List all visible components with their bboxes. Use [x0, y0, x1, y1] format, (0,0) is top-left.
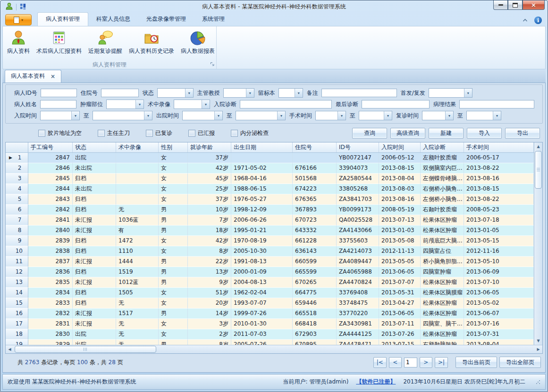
ribbon-tab-department-staff-info[interactable]: 科室人员信息 — [88, 13, 138, 26]
table-row[interactable]: 62842归档无男10岁1998-12-09367893YB0099173200… — [6, 205, 534, 215]
ribbon-tab-system-management[interactable]: 系统管理 — [194, 13, 233, 26]
filter-combo[interactable]: ▾ — [106, 100, 144, 109]
dropdown-arrow-icon[interactable]: ▾ — [202, 100, 210, 108]
collapse-ribbon-icon[interactable] — [523, 17, 528, 24]
filter-combo[interactable]: ▾ — [40, 111, 80, 120]
license-status-link[interactable]: 【软件已注册】 — [356, 378, 396, 386]
table-row[interactable]: 92839归档1472女42岁1970-08-19661228337556032… — [6, 236, 534, 246]
filter-combo[interactable]: ▾ — [174, 100, 210, 109]
table-row[interactable]: ▶12847出院女37岁YB00721472006-05-12左额叶胶质瘤200… — [6, 153, 534, 163]
column-header[interactable]: 性别 — [159, 142, 188, 152]
ribbon-button-patient[interactable]: 病人资料 — [4, 28, 33, 56]
ribbon-tab-disc-tape-management[interactable]: 光盘录像带管理 — [138, 13, 194, 26]
minimize-button[interactable] — [493, 0, 508, 10]
column-header[interactable]: 手术时间 — [464, 142, 534, 152]
info-icon[interactable]: i — [534, 17, 542, 24]
new-button[interactable]: 新建 — [429, 128, 464, 139]
table-row[interactable]: 152833归档无女20岁1993-07-0765944633748475201… — [6, 298, 534, 309]
dropdown-arrow-icon[interactable]: ▾ — [277, 111, 285, 120]
tab-patient-basic-info[interactable]: 病人基本资料 × — [5, 70, 61, 83]
filter-input[interactable] — [41, 89, 77, 97]
dropdown-arrow-icon[interactable]: ▾ — [295, 89, 303, 97]
dropdown-arrow-icon[interactable]: ▾ — [71, 111, 79, 120]
ribbon-button-pie-chart[interactable]: 病人数据报表 — [177, 28, 218, 56]
column-header[interactable]: 住院号 — [293, 142, 337, 152]
filter-input[interactable] — [362, 100, 430, 108]
column-header[interactable]: 入院时间 — [379, 142, 421, 152]
tab-close-icon[interactable]: × — [51, 74, 55, 79]
dropdown-arrow-icon[interactable]: ▾ — [384, 111, 392, 120]
filter-combo[interactable]: ▾ — [422, 111, 454, 120]
table-row[interactable]: 42844未出院女25岁1988-06-15674223338052682013… — [6, 184, 534, 194]
table-row[interactable]: 172831未汇报无女3岁2010-01-30668418ZA343098120… — [6, 319, 534, 329]
export-current-page-button[interactable]: 导出当前页 — [455, 357, 497, 368]
vertical-scroll-thumb[interactable] — [535, 151, 542, 189]
table-row[interactable]: 182830出院无女2岁2011-07-03672903ZA4444125201… — [6, 329, 534, 340]
vertical-scrollbar[interactable]: ▲ ▼ — [534, 142, 542, 345]
dropdown-arrow-icon[interactable]: ▾ — [144, 111, 152, 120]
export-button[interactable]: 导出 — [505, 128, 540, 139]
scroll-up-icon[interactable]: ▲ — [534, 142, 542, 150]
column-header[interactable]: 状态 — [73, 142, 116, 152]
import-button[interactable]: 导入 — [467, 128, 502, 139]
filter-checkbox[interactable]: 胶片地址为空 — [38, 129, 82, 137]
column-header[interactable]: 术中录像 — [116, 142, 159, 152]
next-page-button[interactable]: > — [420, 357, 432, 368]
page-input[interactable] — [404, 358, 417, 367]
filter-combo[interactable]: ▾ — [236, 111, 286, 120]
filter-input[interactable] — [459, 100, 534, 108]
filter-combo[interactable]: ▾ — [359, 111, 392, 120]
dialog-launcher-icon[interactable] — [210, 61, 215, 68]
filter-input[interactable] — [40, 100, 76, 108]
dropdown-arrow-icon[interactable]: ▾ — [185, 89, 193, 97]
layout-icon[interactable] — [19, 3, 26, 11]
filter-combo[interactable]: ▾ — [278, 88, 303, 98]
table-row[interactable]: 22846未出院女42岁1971-05-02676166339040732013… — [6, 163, 534, 174]
resize-grip-icon[interactable] — [536, 380, 540, 384]
close-button[interactable]: × — [523, 0, 545, 10]
table-row[interactable]: 32845归档女45岁1968-04-16501568ZA25805442013… — [6, 174, 534, 184]
column-header[interactable]: 就诊年龄 — [188, 142, 231, 152]
filter-checkbox[interactable]: 主任主刀 — [98, 129, 130, 137]
first-page-button[interactable]: |< — [373, 357, 387, 368]
filter-checkbox[interactable]: 已汇报 — [188, 129, 215, 137]
filter-combo[interactable]: ▾ — [182, 111, 223, 120]
table-row[interactable]: 52843归档女37岁1976-05-27676365ZA38417032013… — [6, 194, 534, 205]
dropdown-arrow-icon[interactable]: ▾ — [214, 111, 222, 120]
ribbon-button-history-folder[interactable]: 病人资料历史记录 — [126, 28, 177, 56]
column-header[interactable]: 出生日期 — [231, 142, 293, 152]
filter-combo[interactable]: ▾ — [93, 111, 152, 120]
table-row[interactable]: 82840未汇报有男18岁1995-01-21643332ZA414306620… — [6, 225, 534, 236]
filter-combo[interactable]: ▾ — [157, 88, 194, 98]
column-header[interactable]: 入院诊断 — [421, 142, 464, 152]
scroll-right-icon[interactable]: ▶ — [534, 345, 542, 353]
filter-combo[interactable]: ▾ — [466, 111, 501, 120]
application-menu-button[interactable]: ▾ — [5, 14, 32, 25]
table-row[interactable]: 162832未汇报1517男14岁1999-07-266655183377022… — [6, 309, 534, 319]
table-row[interactable]: 102838归档1110女8岁2005-10-30636143ZA4214073… — [6, 246, 534, 257]
ribbon-button-report-calendar[interactable]: 术后病人汇报资料 — [33, 28, 85, 56]
horizontal-scroll-thumb[interactable] — [15, 346, 156, 353]
filter-combo[interactable]: ▾ — [223, 88, 254, 98]
column-header[interactable]: ID号 — [337, 142, 379, 152]
dropdown-arrow-icon[interactable]: ▾ — [337, 111, 346, 120]
table-row[interactable]: 72841未汇报1036蓝男7岁2006-06-26670723QA002552… — [6, 215, 534, 225]
dropdown-arrow-icon[interactable]: ▾ — [135, 100, 143, 108]
table-row[interactable]: 132835未汇报1012蓝男9岁2004-08-13670265ZA44708… — [6, 277, 534, 288]
advanced-search-button[interactable]: 高级查询 — [390, 128, 425, 139]
filter-combo[interactable]: ▾ — [315, 111, 346, 120]
scroll-down-icon[interactable]: ▼ — [534, 337, 542, 345]
dropdown-arrow-icon[interactable]: ▾ — [464, 89, 472, 97]
filter-input[interactable] — [101, 89, 139, 97]
table-row[interactable]: 112837未汇报1444男22岁1991-08-13660599ZA40894… — [6, 257, 534, 267]
export-all-pages-button[interactable]: 导出全部页 — [499, 357, 541, 368]
restore-button[interactable] — [508, 0, 523, 10]
ribbon-button-revisit-reminder[interactable]: 近期复诊提醒 — [85, 28, 126, 56]
filter-combo[interactable]: ▾ — [429, 88, 472, 98]
filter-checkbox[interactable]: 内分泌检查 — [231, 129, 269, 137]
scroll-left-icon[interactable]: ◀ — [6, 345, 14, 353]
column-header[interactable]: 手工编号 — [28, 142, 73, 152]
dropdown-arrow-icon[interactable]: ▾ — [445, 111, 453, 120]
filter-input[interactable] — [240, 100, 332, 108]
search-button[interactable]: 查询 — [352, 128, 387, 139]
